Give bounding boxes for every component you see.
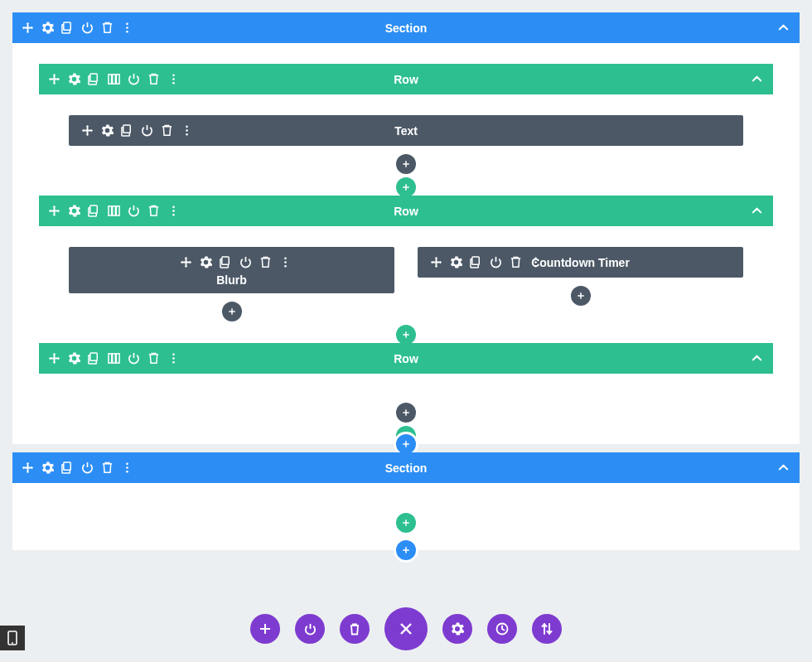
toggle-icon xyxy=(239,256,252,268)
move-button[interactable] xyxy=(429,256,442,269)
settings-button[interactable] xyxy=(67,73,80,86)
toggle-menu-button[interactable] xyxy=(384,607,428,650)
history-button[interactable] xyxy=(487,614,517,644)
toggle-button[interactable] xyxy=(127,205,140,218)
delete-button[interactable] xyxy=(147,73,160,86)
toggle-button[interactable] xyxy=(127,73,140,86)
more-button[interactable] xyxy=(167,205,180,218)
settings-button[interactable] xyxy=(41,461,54,475)
duplicate-button[interactable] xyxy=(87,73,100,86)
toggle-button[interactable] xyxy=(127,352,140,365)
delete-button[interactable] xyxy=(509,256,522,269)
settings-button[interactable] xyxy=(67,352,80,365)
more-button[interactable] xyxy=(279,255,292,268)
add-button[interactable] xyxy=(250,614,280,644)
module-toolbar xyxy=(172,255,292,268)
portability-button[interactable] xyxy=(532,614,562,644)
duplicate-button[interactable] xyxy=(87,205,100,218)
module: Countdown Timer xyxy=(418,247,743,278)
row: RowBlurbCountdown Timer xyxy=(39,196,773,335)
duplicate-icon xyxy=(470,256,482,268)
more-button[interactable] xyxy=(167,73,180,86)
settings-button[interactable] xyxy=(100,124,114,138)
collapse-button[interactable] xyxy=(751,343,763,374)
add-module-button[interactable] xyxy=(571,286,591,306)
move-icon xyxy=(22,461,34,474)
row-body: BlurbCountdown Timer xyxy=(39,226,773,335)
collapse-button[interactable] xyxy=(777,12,790,43)
move-icon xyxy=(48,205,60,217)
move-icon xyxy=(430,256,442,268)
discard-button[interactable] xyxy=(340,614,370,644)
more-icon xyxy=(167,352,180,365)
chevron-up-icon xyxy=(751,205,763,217)
columns-button[interactable] xyxy=(107,352,120,365)
add-row-button[interactable] xyxy=(394,510,418,535)
row-header: Row xyxy=(39,64,773,94)
duplicate-icon xyxy=(61,22,74,34)
settings-icon xyxy=(41,22,54,34)
duplicate-button[interactable] xyxy=(220,255,233,268)
settings-icon xyxy=(101,124,114,137)
more-button[interactable] xyxy=(120,461,133,475)
duplicate-button[interactable] xyxy=(469,256,482,269)
bottom-action-bar xyxy=(0,607,812,650)
toggle-icon xyxy=(81,22,94,34)
chevron-up-icon xyxy=(751,73,763,85)
add-module-button[interactable] xyxy=(396,154,416,174)
move-button[interactable] xyxy=(21,22,34,35)
duplicate-button[interactable] xyxy=(60,22,74,35)
move-button[interactable] xyxy=(47,73,60,86)
settings-button[interactable] xyxy=(200,255,213,268)
settings-button[interactable] xyxy=(67,205,80,218)
toggle-button[interactable] xyxy=(239,255,253,268)
columns-button[interactable] xyxy=(107,205,120,218)
section: Section xyxy=(12,452,800,550)
delete-button[interactable] xyxy=(147,205,160,218)
collapse-button[interactable] xyxy=(751,196,763,226)
add-module-button[interactable] xyxy=(222,302,242,321)
page-settings-button[interactable] xyxy=(442,614,472,644)
move-button[interactable] xyxy=(47,352,60,365)
section-header: Section xyxy=(12,452,800,483)
plus-icon xyxy=(259,623,271,635)
toggle-button[interactable] xyxy=(140,124,153,138)
duplicate-button[interactable] xyxy=(120,124,133,138)
move-button[interactable] xyxy=(180,255,193,268)
collapse-button[interactable] xyxy=(777,452,790,483)
more-button[interactable] xyxy=(180,124,193,138)
delete-icon xyxy=(147,352,160,365)
duplicate-button[interactable] xyxy=(87,352,100,365)
move-button[interactable] xyxy=(80,124,94,138)
delete-icon xyxy=(510,256,522,268)
more-button[interactable] xyxy=(167,352,180,365)
add-section-button[interactable] xyxy=(394,538,418,563)
delete-button[interactable] xyxy=(100,22,114,35)
gear-icon xyxy=(451,622,464,635)
delete-button[interactable] xyxy=(100,461,114,475)
add-module-button[interactable] xyxy=(396,403,416,423)
row-header: Row xyxy=(39,196,773,226)
toggle-button[interactable] xyxy=(489,256,502,269)
duplicate-button[interactable] xyxy=(60,461,74,475)
toggle-icon xyxy=(128,352,140,365)
collapse-button[interactable] xyxy=(751,64,763,94)
columns-button[interactable] xyxy=(107,73,120,86)
move-icon xyxy=(48,352,60,365)
more-button[interactable] xyxy=(120,22,133,35)
duplicate-icon xyxy=(88,205,100,217)
plus-icon xyxy=(401,182,411,192)
section-body: RowTextRowBlurbCountdown TimerRow xyxy=(12,43,800,436)
more-button[interactable] xyxy=(529,256,542,269)
delete-button[interactable] xyxy=(160,124,173,138)
delete-button[interactable] xyxy=(259,255,273,268)
history-icon xyxy=(495,622,509,635)
settings-button[interactable] xyxy=(41,22,54,35)
settings-button[interactable] xyxy=(449,256,462,269)
toggle-button[interactable] xyxy=(80,461,94,475)
move-button[interactable] xyxy=(47,205,60,218)
delete-button[interactable] xyxy=(147,352,160,365)
toggle-button[interactable] xyxy=(80,22,94,35)
move-button[interactable] xyxy=(21,461,34,475)
save-draft-button[interactable] xyxy=(295,614,325,644)
